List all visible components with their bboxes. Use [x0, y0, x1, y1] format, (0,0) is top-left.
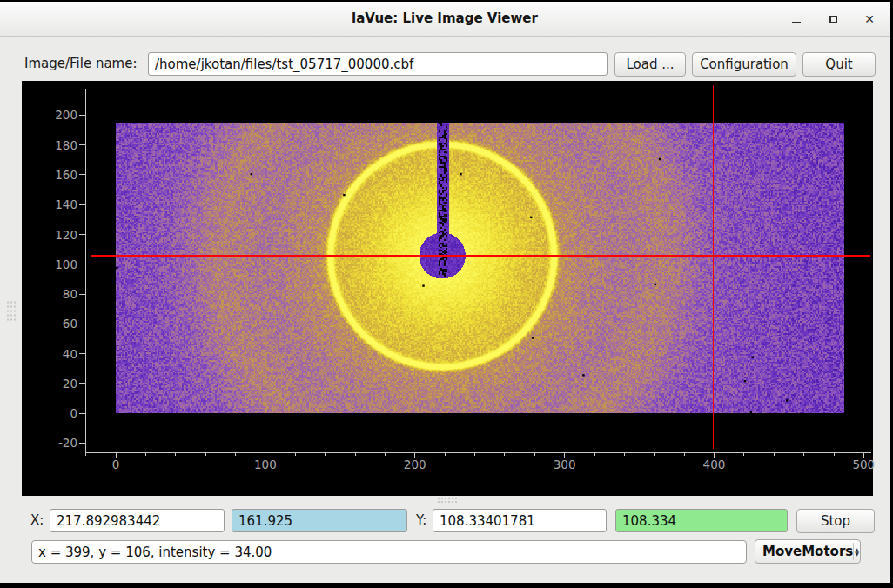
window-title: laVue: Live Image Viewer: [0, 10, 890, 26]
file-name-input[interactable]: [148, 52, 608, 76]
window-edge-top: [0, 0, 893, 2]
move-motors-combobox[interactable]: MoveMotors ▲ ▼: [755, 539, 861, 564]
window-controls: ✕: [789, 2, 877, 37]
crosshair-horizontal[interactable]: [91, 255, 870, 257]
combo-label: MoveMotors: [755, 544, 853, 559]
quit-button[interactable]: Quit: [802, 52, 876, 77]
window-edge-right: [890, 0, 893, 588]
desktop: { "window": { "title": "laVue: Live Imag…: [0, 0, 893, 588]
load-button[interactable]: Load ...: [614, 52, 686, 77]
y-motor-position[interactable]: [615, 509, 788, 532]
configuration-button[interactable]: Configuration: [692, 52, 796, 77]
plot-area[interactable]: -200204060801001201401601802000100200300…: [22, 81, 873, 496]
stop-button[interactable]: Stop: [796, 509, 875, 533]
minimize-icon: [792, 22, 801, 24]
y-position-input[interactable]: [433, 509, 607, 532]
splitter-grip-left[interactable]: [6, 300, 17, 322]
pixel-info-field[interactable]: [31, 540, 747, 564]
x-label: X:: [30, 509, 44, 532]
maximize-icon: [829, 16, 837, 23]
x-motor-position[interactable]: [232, 509, 407, 532]
diffraction-image: [116, 123, 844, 413]
minimize-button[interactable]: [789, 11, 804, 27]
window-edge-bottom: [0, 583, 893, 588]
x-axis: [85, 452, 871, 453]
y-label: Y:: [416, 509, 426, 532]
y-axis: [85, 89, 86, 453]
x-position-input[interactable]: [50, 509, 225, 532]
spin-down-icon: ▼: [855, 551, 859, 556]
crosshair-vertical[interactable]: [713, 85, 715, 449]
close-button[interactable]: ✕: [862, 11, 877, 27]
titlebar: laVue: Live Image Viewer ✕: [0, 2, 890, 37]
combo-arrows-icon: ▲ ▼: [853, 543, 860, 560]
maximize-button[interactable]: [825, 11, 841, 27]
file-name-label: Image/File name:: [24, 52, 138, 76]
close-icon: ✕: [864, 13, 875, 25]
splitter-grip-bottom[interactable]: [437, 497, 458, 503]
